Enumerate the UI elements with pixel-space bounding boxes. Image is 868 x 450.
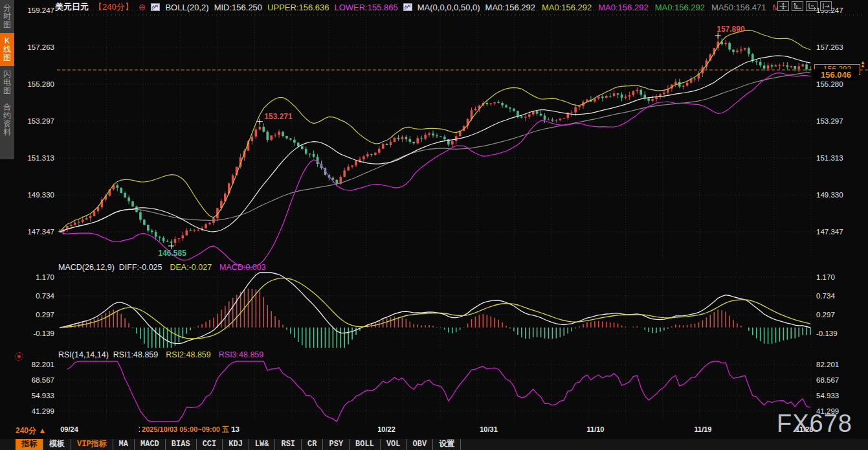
- main-axis-label-r-5: 149.330: [816, 190, 865, 199]
- boll-chart-icon[interactable]: [151, 3, 160, 11]
- chart-tool-buttons: [777, 1, 832, 11]
- toolbar-tab-1[interactable]: 模板: [43, 439, 71, 450]
- left-sidebar: 分时图K线图闪电图合约资料: [0, 0, 14, 159]
- rsi-axis-label-l-1: 68.567: [16, 376, 54, 385]
- toolbar-tab-3[interactable]: MA: [113, 439, 135, 450]
- main-axis-label-l-3: 153.297: [16, 117, 54, 126]
- low-price-label: 146.585: [159, 249, 186, 258]
- toolbar-tab-7[interactable]: KDJ: [223, 439, 249, 450]
- macd-axis-label-l-0: 1.170: [16, 273, 54, 282]
- toolbar-tab-15[interactable]: 设置: [433, 439, 461, 450]
- pan-icon[interactable]: [777, 1, 789, 11]
- shift-chart-icon[interactable]: [820, 1, 832, 11]
- trading-terminal: 分时图K线图闪电图合约资料 美元日元 【240分】 ⊕ BOLL(20,2) M…: [0, 0, 868, 450]
- peak-price-label: 153.271: [264, 112, 292, 121]
- main-axis-label-r-3: 153.297: [816, 117, 865, 126]
- rsi-axis-label-l-2: 54.933: [16, 391, 54, 400]
- main-axis-label-l-2: 155.280: [16, 80, 54, 89]
- y-axis-scale-icon[interactable]: [792, 1, 803, 11]
- macd-axis-label-r-0: 1.170: [816, 273, 865, 282]
- chart-canvas[interactable]: [0, 0, 868, 450]
- add-indicator-icon[interactable]: ⊕: [139, 2, 146, 12]
- rsi-params-label: RSI(14,14,14) RSI1:48.859: [58, 350, 158, 359]
- time-tick-10-22: 10/22: [372, 425, 401, 433]
- ma-value-1: MA0:156.292: [542, 3, 592, 12]
- macd-axis-label-l-1: 0.734: [16, 291, 54, 300]
- ma-value-2: MA0:156.292: [598, 3, 648, 12]
- indicator-toolbar: 指标模板VIP指标MAMACDBIASCCIKDJLW&RSICRPSYBOLL…: [0, 439, 868, 450]
- boll-params: BOLL(20,2): [165, 3, 208, 12]
- ma-value-0: MA0:156.292: [485, 3, 535, 12]
- rsi-axis-label-r-0: 82.201: [816, 360, 865, 369]
- toolbar-tab-2[interactable]: VIP指标: [71, 439, 113, 450]
- toolbar-tab-0[interactable]: 指标: [16, 439, 43, 450]
- sidebar-tab-3[interactable]: 合约资料: [0, 99, 14, 141]
- toolbar-tab-12[interactable]: BOLL: [350, 439, 381, 450]
- main-axis-label-r-6: 147.347: [816, 227, 865, 236]
- sidebar-tab-0[interactable]: 分时图: [0, 0, 14, 33]
- main-axis-label-l-0: 159.247: [16, 6, 54, 15]
- rsi-panel-header: RSI(14,14,14) RSI1:48.859 RSI2:48.859 RS…: [58, 350, 263, 359]
- toolbar-tab-10[interactable]: CR: [302, 439, 323, 450]
- macd-panel-header: MACD(26,12,9) DIFF:-0.025 DEA:-0.027 MAC…: [58, 263, 266, 272]
- toolbar-tab-6[interactable]: CCI: [197, 439, 223, 450]
- rsi-axis-label-l-0: 82.201: [16, 360, 54, 369]
- boll-upper-value: UPPER:156.636: [267, 3, 329, 12]
- rsi-axis-label-l-3: 41.299: [16, 407, 54, 416]
- ma-value-4: MA50:156.471: [711, 3, 766, 12]
- macd-axis-label-r-3: -0.139: [816, 329, 865, 338]
- macd-params-label: MACD(26,12,9) DIFF:-0.025: [58, 263, 162, 272]
- sidebar-tab-1[interactable]: K线图: [0, 33, 14, 66]
- period-arrow-icon: ▲: [38, 426, 46, 435]
- period-label: 【240分】: [94, 1, 133, 13]
- x-axis-scale-icon[interactable]: [806, 1, 818, 11]
- period-selector[interactable]: 240分 ▲: [16, 425, 46, 436]
- toolbar-tab-4[interactable]: MACD: [135, 439, 166, 450]
- rsi2-value: RSI2:48.859: [166, 350, 211, 359]
- time-tick-11-10: 11/10: [581, 425, 610, 433]
- time-axis: 240分 ▲ 09/2410/0310/1310/2210/3111/1011/…: [0, 424, 868, 436]
- fx678-watermark: FX678: [777, 410, 852, 438]
- ma-params: MA(0,0,0,0,50,0): [417, 3, 480, 12]
- toolbar-tab-8[interactable]: LW&: [249, 439, 276, 450]
- macd-axis-label-r-1: 0.734: [816, 291, 865, 300]
- rsi-axis-label-r-1: 68.567: [816, 376, 865, 385]
- main-axis-label-l-6: 147.347: [16, 227, 54, 236]
- time-tick-10-31: 10/31: [474, 425, 503, 433]
- toolbar-tab-5[interactable]: BIAS: [166, 439, 197, 450]
- toolbar-tab-13[interactable]: VOL: [381, 439, 407, 450]
- sidebar-tab-2[interactable]: 闪电图: [0, 66, 14, 99]
- sun-icon[interactable]: [15, 352, 23, 361]
- chart-header: 美元日元 【240分】 ⊕ BOLL(20,2) MID:156.250 UPP…: [55, 0, 779, 14]
- symbol-title: 美元日元: [55, 1, 89, 13]
- main-axis-label-r-1: 157.263: [816, 43, 865, 52]
- macd-axis-label-l-3: -0.139: [16, 329, 54, 338]
- toolbar-tab-14[interactable]: OBV: [407, 439, 434, 450]
- rsi3-value: RSI3:48.859: [219, 350, 264, 359]
- crosshair-date-tooltip: 2025/10/03 05:00~09:00 五: [140, 425, 231, 434]
- main-axis-label-r-4: 151.313: [816, 153, 865, 163]
- macd-hist-value: MACD:0.003: [219, 263, 266, 272]
- macd-dea-value: DEA:-0.027: [170, 263, 212, 272]
- main-axis-label-l-1: 157.263: [16, 43, 54, 52]
- ma-value-3: MA0:156.292: [655, 3, 705, 12]
- toolbar-tab-11[interactable]: PSY: [323, 439, 350, 450]
- price-up-arrows-icon: ▲▲: [860, 61, 866, 67]
- time-tick-11-19: 11/19: [689, 425, 717, 433]
- last-price-tag: 156.046: [813, 69, 859, 80]
- macd-axis-label-r-2: 0.297: [816, 310, 865, 319]
- toolbar-tab-9[interactable]: RSI: [275, 439, 302, 450]
- main-axis-label-l-4: 151.313: [16, 153, 54, 163]
- boll-lower-value: LOWER:155.865: [334, 3, 397, 12]
- main-axis-label-l-5: 149.330: [16, 190, 54, 199]
- rsi-axis-label-r-2: 54.933: [816, 391, 865, 400]
- macd-axis-label-l-2: 0.297: [16, 310, 54, 319]
- boll-mid-value: MID:156.250: [214, 3, 262, 12]
- time-tick-09-24: 09/24: [55, 425, 83, 433]
- ma-chart-icon[interactable]: [403, 3, 412, 11]
- ma-values: MA0:156.292MA0:156.292MA0:156.292MA0:156…: [485, 3, 779, 12]
- main-axis-label-r-2: 155.280: [816, 80, 865, 89]
- high-price-label: 157.890: [717, 25, 744, 34]
